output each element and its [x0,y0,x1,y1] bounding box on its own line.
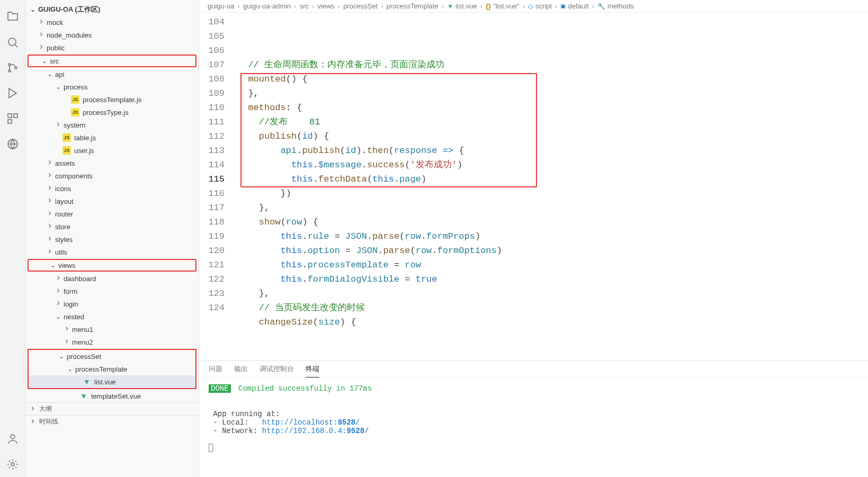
network-url[interactable]: http://192.168.0.4:9528/ [262,427,369,435]
breadcrumb-processTemplate[interactable]: processTemplate [387,2,439,10]
settings-icon[interactable] [0,452,25,477]
explorer-icon[interactable] [0,4,25,30]
chevron-right-icon: › [592,2,594,10]
breadcrumb-processSet[interactable]: processSet [343,2,378,10]
code-line[interactable]: publish(id) { [237,129,868,143]
tree-item-icons[interactable]: icons [25,182,199,195]
tree-item-templateSet-vue[interactable]: templateSet.vue [25,390,199,402]
code-line[interactable]: api.publish(id).then(response => { [237,143,868,158]
tree-label: router [54,210,73,218]
debug-icon[interactable] [0,80,25,106]
breadcrumb-default[interactable]: default [560,2,588,10]
tree-item-styles[interactable]: styles [25,233,199,246]
accounts-icon[interactable] [0,426,25,452]
tree-item-router[interactable]: router [25,208,199,220]
breadcrumb-views[interactable]: views [317,2,335,10]
workspace-title[interactable]: GUIGU-OA (工作区) [25,3,199,16]
tree-item-store[interactable]: store [25,220,199,233]
tree-label: styles [54,236,73,244]
tree-item-menu2[interactable]: menu2 [25,336,199,348]
tree-item-login[interactable]: login [25,298,199,310]
panel-tab-终端[interactable]: 终端 [306,364,319,377]
tree-item-nested[interactable]: nested [25,310,199,323]
code-line[interactable]: //发布 81 [237,115,868,129]
tree-item-system[interactable]: system [25,119,199,131]
remote-icon[interactable] [0,131,25,157]
source-control-icon[interactable] [0,55,25,80]
breadcrumb-guigu-oa-admin[interactable]: guigu-oa-admin [243,2,291,10]
code-line[interactable]: this.option = JSON.parse(row.formOptions… [237,244,868,258]
tree-item-views[interactable]: views [28,259,196,272]
breadcrumb-list-vue[interactable]: list.vue [447,2,477,10]
tree-label: icons [54,185,71,193]
tree-item-mock[interactable]: mock [25,16,199,29]
outline-section[interactable]: 大纲 [25,402,199,415]
explorer-sidebar: GUIGU-OA (工作区) mocknode_modulespublicsrc… [25,0,199,477]
code-line[interactable]: }, [237,86,868,101]
tree-item-assets[interactable]: assets [25,157,199,169]
breadcrumb-guigu-oa[interactable]: guigu-oa [208,2,235,10]
tree-label: mock [46,19,63,26]
tree-label: assets [54,159,75,167]
code-line[interactable]: this.rule = JSON.parse(row.formProps) [237,229,868,244]
code-line[interactable]: methods: { [237,101,868,115]
tree-item-node_modules[interactable]: node_modules [25,29,199,41]
tree-item-table-js[interactable]: JStable.js [25,131,199,144]
terminal-output[interactable]: DONE Compiled successfully in 177ms App … [199,378,868,477]
tree-item-process[interactable]: process [25,80,199,93]
code-line[interactable]: this.fetchData(this.page) [237,172,868,186]
code-line[interactable]: }) [237,186,868,201]
chevron-right-icon: › [555,2,557,10]
tree-item-api[interactable]: api [25,68,199,80]
extensions-icon[interactable] [0,106,25,131]
tree-item-processType-js[interactable]: JSprocessType.js [25,106,199,119]
tree-item-dashboard[interactable]: dashboard [25,272,199,285]
tree-item-components[interactable]: components [25,169,199,182]
code-line[interactable]: changeSize(size) { [237,315,868,329]
code-editor[interactable]: 1041051061071081091101111121131141151161… [199,13,868,361]
tree-item-user-js[interactable]: JSuser.js [25,144,199,157]
tree-item-form[interactable]: form [25,285,199,298]
code-line[interactable]: mounted() { [237,72,868,86]
chevron-right-icon [29,417,37,427]
panel-tab-调试控制台[interactable]: 调试控制台 [259,364,294,377]
chevron-right-icon [54,299,62,309]
panel-tab-输出[interactable]: 输出 [234,364,248,377]
highlight-group: processSetprocessTemplatelist.vue [28,349,196,389]
chevron-right-icon [37,30,46,40]
tree-item-processTemplate-js[interactable]: JSprocessTemplate.js [25,93,199,106]
tree-item-processSet[interactable]: processSet [29,350,195,363]
panel-tab-问题[interactable]: 问题 [209,364,222,377]
tree-item-processTemplate[interactable]: processTemplate [29,363,195,375]
tree-item-utils[interactable]: utils [25,246,199,258]
breadcrumb--list-vue-[interactable]: "list.vue" [486,2,520,10]
vue-icon [447,3,453,10]
tree-item-list-vue[interactable]: list.vue [29,375,195,388]
line-number: 117 [199,201,225,215]
code-line[interactable]: }, [237,201,868,215]
code-line[interactable]: this.processTemplate = row [237,258,868,272]
breadcrumb-label: views [317,2,335,10]
vue-icon [79,392,88,400]
code-line[interactable]: this.formDialogVisible = true [237,272,868,286]
tree-item-layout[interactable]: layout [25,195,199,208]
code-content[interactable]: // 生命周期函数：内存准备元毕，页面渲染成功 mounted() { }, m… [237,13,868,361]
code-line[interactable]: show(row) { [237,215,868,229]
breadcrumbs[interactable]: guigu-oa›guigu-oa-admin›src›views›proces… [199,0,868,13]
gutter: 1041051061071081091101111121131141151161… [199,13,237,361]
code-line[interactable]: this.$message.success('发布成功') [237,158,868,172]
breadcrumb-src[interactable]: src [300,2,309,10]
timeline-section[interactable]: 时间线 [25,415,199,428]
code-line[interactable]: }, [237,286,868,301]
code-line[interactable]: // 当页码发生改变的时候 [237,301,868,315]
code-line[interactable]: // 生命周期函数：内存准备元毕，页面渲染成功 [237,58,868,72]
breadcrumb-label: processTemplate [387,2,439,10]
search-icon[interactable] [0,30,25,55]
breadcrumb-methods[interactable]: methods [597,2,634,10]
breadcrumb-script[interactable]: script [528,2,552,10]
tree-label: form [62,287,77,295]
local-url[interactable]: http://localhost:9528/ [262,418,360,427]
tree-item-menu1[interactable]: menu1 [25,323,199,336]
tree-item-public[interactable]: public [25,41,199,54]
tree-item-src[interactable]: src [28,55,196,67]
